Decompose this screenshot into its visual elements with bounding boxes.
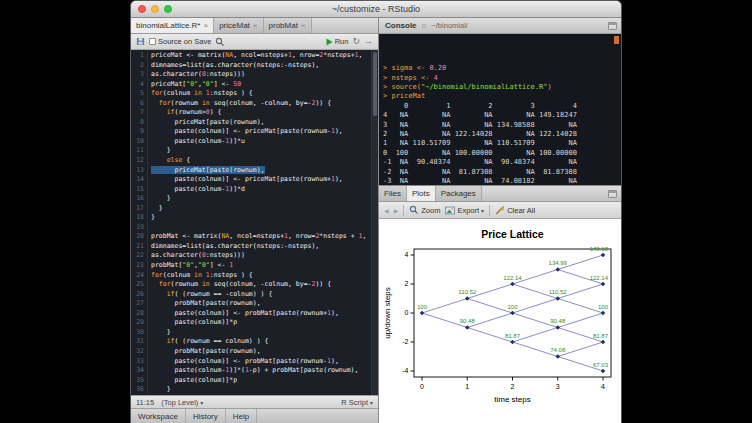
code-line[interactable]: paste(colnum-1)]*d xyxy=(151,185,378,195)
line-number: 25 xyxy=(131,280,144,290)
code-line[interactable]: as.character(0:nsteps))) xyxy=(151,251,378,261)
code-editor[interactable]: 1234567891011121314151617181920212223242… xyxy=(131,50,378,395)
code-line[interactable]: } xyxy=(151,328,378,338)
source-on-save-checkbox[interactable] xyxy=(149,38,156,45)
code-line[interactable]: paste(colnum)]*p xyxy=(151,376,378,386)
code-line[interactable]: } xyxy=(151,213,378,223)
console-line: -1 NA 90.48374 NA 90.48374 NA xyxy=(383,158,617,167)
svg-text:3: 3 xyxy=(556,383,560,390)
code-line[interactable]: paste(colnum-1)]*u xyxy=(151,137,378,147)
line-number: 21 xyxy=(131,242,144,252)
run-button[interactable]: Run xyxy=(326,37,349,46)
code-line[interactable]: dimnames=list(as.character(nsteps:-nstep… xyxy=(151,242,378,252)
editor-tab-3[interactable]: probMat× xyxy=(264,18,312,33)
editor-scrollbar[interactable] xyxy=(371,50,378,395)
editor-tab-2[interactable]: priceMat× xyxy=(214,18,263,33)
code-line[interactable]: priceMat[paste(rownum), xyxy=(151,166,378,176)
scope-label: (Top Level) xyxy=(161,398,198,407)
previous-plot-icon[interactable]: ◀ xyxy=(384,207,389,214)
code-line[interactable]: } xyxy=(151,385,378,395)
code-line[interactable]: paste(colnum)] <- probMat[paste(rownum+1… xyxy=(151,309,378,319)
code-line[interactable]: for(colnum in 1:nsteps ) { xyxy=(151,271,378,281)
code-line[interactable]: probMat <- matrix(NA, ncol=nsteps+1, nro… xyxy=(151,232,378,242)
code-line[interactable]: dimnames=list(as.character(nsteps:-nstep… xyxy=(151,61,378,71)
tab-label: Plots xyxy=(412,189,430,198)
code-line[interactable]: priceMat["0","0"] <- 50 xyxy=(151,80,378,90)
rerun-icon[interactable]: ↻ xyxy=(352,37,360,46)
line-number: 4 xyxy=(131,80,144,90)
code-line[interactable]: probMat[paste(rownum), xyxy=(151,299,378,309)
code-line[interactable]: for(colnum in 1:nsteps ) { xyxy=(151,89,378,99)
maximize-console-icon[interactable] xyxy=(608,22,617,30)
code-line[interactable]: paste(colnum)] <- priceMat[paste(rownum-… xyxy=(151,127,378,137)
code-line[interactable]: as.character(0:nsteps))) xyxy=(151,70,378,80)
next-plot-icon[interactable]: ▶ xyxy=(394,207,399,214)
svg-text:1: 1 xyxy=(465,383,469,390)
svg-text:100: 100 xyxy=(598,304,609,310)
source-icon[interactable]: → xyxy=(364,37,373,46)
chevron-down-icon: ▾ xyxy=(370,399,373,406)
code-line[interactable]: if( (rownum == -colnum) ) { xyxy=(151,290,378,300)
rstudio-window: ~/customize - RStudio binomialLattice.R*… xyxy=(130,0,622,423)
editor-tab-1[interactable]: binomialLattice.R*× xyxy=(131,18,214,33)
code-line[interactable]: } xyxy=(151,146,378,156)
save-button[interactable] xyxy=(136,37,145,46)
code-line[interactable]: if(rownum>0) { xyxy=(151,108,378,118)
code-line[interactable]: if( (rownum == colnum) ) { xyxy=(151,337,378,347)
zoom-window-button[interactable] xyxy=(164,5,172,13)
close-tab-icon[interactable]: × xyxy=(253,22,258,30)
code-line[interactable]: for(rownum in seq(colnum, -colnum, by=-2… xyxy=(151,99,378,109)
bottom-tab-history[interactable]: History xyxy=(186,409,226,423)
line-number: 30 xyxy=(131,328,144,338)
minimize-window-button[interactable] xyxy=(151,5,159,13)
editor-scrollbar-thumb[interactable] xyxy=(373,52,377,116)
svg-text:149.18: 149.18 xyxy=(590,246,609,252)
workspace-tab-2[interactable]: Plots xyxy=(407,186,436,201)
line-number: 5 xyxy=(131,89,144,99)
code-line[interactable]: paste(colnum-1)]*(1-p) + probMat[paste(r… xyxy=(151,366,378,376)
console-line: 0 100 NA 100.00000 NA 100.00000 xyxy=(383,149,617,158)
code-line[interactable]: paste(colnum)] <- probMat[paste(rownum-1… xyxy=(151,357,378,367)
source-on-save-toggle[interactable]: Source on Save xyxy=(149,37,211,46)
console-line: 3 NA NA NA 134.98588 NA xyxy=(383,121,617,130)
svg-text:90.48: 90.48 xyxy=(460,318,476,324)
code-line[interactable]: priceMat[paste(rownum), xyxy=(151,118,378,128)
bottom-tab-help[interactable]: Help xyxy=(226,409,257,423)
scope-indicator[interactable]: (Top Level) ▾ xyxy=(161,398,203,407)
zoom-button[interactable]: Zoom xyxy=(409,205,440,215)
editor-toolbar: Source on Save Run ↻ → xyxy=(131,34,378,50)
export-button[interactable]: Export ▾ xyxy=(445,206,484,215)
close-window-button[interactable] xyxy=(138,5,146,13)
find-icon[interactable] xyxy=(215,37,225,47)
workspace-tab-3[interactable]: Packages xyxy=(436,186,482,201)
maximize-plots-icon[interactable] xyxy=(608,190,617,198)
line-number: 22 xyxy=(131,251,144,261)
tab-console[interactable]: Console xyxy=(385,21,417,30)
code-line[interactable]: else { xyxy=(151,156,378,166)
code-line[interactable]: for(rownum in seq(colnum, -colnum, by=-2… xyxy=(151,280,378,290)
code-line[interactable]: probMat["0","0"] <- 1 xyxy=(151,261,378,271)
bottom-tab-workspace[interactable]: Workspace xyxy=(131,409,186,423)
price-lattice-plot: 01234-4-2024Price Latticetime stepsup/do… xyxy=(379,219,621,423)
clear-all-label: Clear All xyxy=(507,206,535,215)
close-tab-icon[interactable]: × xyxy=(203,22,208,30)
code-line[interactable]: paste(colnum)]*p xyxy=(151,318,378,328)
code-line[interactable]: paste(colnum)] <- priceMat[paste(rownum+… xyxy=(151,175,378,185)
clear-all-button[interactable]: Clear All xyxy=(495,205,535,215)
save-icon xyxy=(136,37,145,46)
svg-text:100: 100 xyxy=(507,304,518,310)
code-lines[interactable]: priceMat <- matrix(NA, ncol=nsteps+1, nr… xyxy=(148,50,378,395)
titlebar[interactable]: ~/customize - RStudio xyxy=(131,1,621,18)
code-line[interactable] xyxy=(151,223,378,233)
workspace-tab-1[interactable]: Files xyxy=(379,186,407,201)
close-tab-icon[interactable]: × xyxy=(301,22,306,30)
zoom-label: Zoom xyxy=(421,206,440,215)
code-line[interactable]: priceMat <- matrix(NA, ncol=nsteps+1, nr… xyxy=(151,51,378,61)
code-line[interactable]: } xyxy=(151,204,378,214)
console-output[interactable]: > sigma <- 0.20> nsteps <- 4> source("~/… xyxy=(379,34,621,186)
filetype-selector[interactable]: R Script ▾ xyxy=(341,398,373,407)
code-line[interactable]: } xyxy=(151,194,378,204)
code-line[interactable]: probMat[paste(rownum), xyxy=(151,347,378,357)
plot-area[interactable]: 01234-4-2024Price Latticetime stepsup/do… xyxy=(379,219,621,423)
console-line: -2 NA NA 81.87308 NA 81.87308 xyxy=(383,168,617,177)
